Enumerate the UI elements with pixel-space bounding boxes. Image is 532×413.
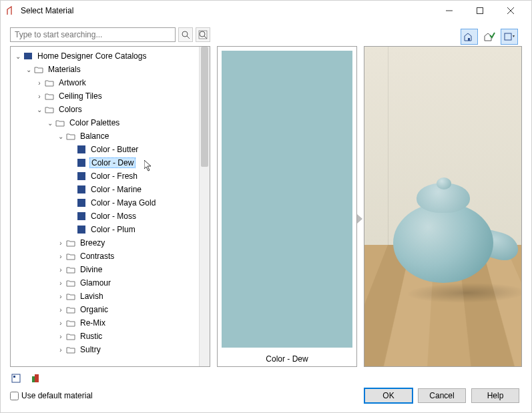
chevron-down-icon[interactable]: ⌄ [45,119,55,127]
tree-label: Materials [47,65,82,74]
catalog-icon [23,51,33,61]
chevron-right-icon[interactable]: › [35,79,44,87]
svg-rect-20 [13,376,15,378]
tree-row-contrasts[interactable]: ›Contrasts [11,250,199,263]
svg-rect-16 [77,226,85,234]
tree-row-color-plum[interactable]: Color - Plum [11,223,199,236]
tree-row-colors[interactable]: ⌄Colors [11,103,199,116]
tree-row-organic[interactable]: ›Organic [11,303,199,316]
svg-rect-12 [77,172,85,180]
swatch-label: Color - Dew [218,352,356,366]
chevron-right-icon[interactable]: › [56,333,65,340]
tree-row-artwork[interactable]: ›Artwork [11,76,199,89]
close-button[interactable] [495,1,526,21]
folder-icon [65,304,76,315]
chevron-down-icon[interactable]: ⌄ [35,106,44,113]
material-icon [76,211,87,222]
chevron-right-icon[interactable]: › [56,306,65,314]
svg-rect-14 [77,199,85,207]
search-button[interactable] [178,27,193,42]
tree-row-ceiling[interactable]: ›Ceiling Tiles [11,89,199,103]
swatch-color [222,51,352,348]
tree-label: Ceiling Tiles [57,91,103,101]
tree-row-color-maya[interactable]: Color - Maya Gold [11,196,199,210]
tree-label: Sultry [79,345,102,354]
tree-row-color-fresh[interactable]: Color - Fresh [11,169,199,183]
tree-label: Contrasts [79,252,115,261]
tree-label: Rustic [79,332,103,341]
tree-scroll-thumb[interactable] [201,47,208,167]
tree-label: Color - Maya Gold [89,198,157,208]
tree-row-divine[interactable]: ›Divine [11,263,199,276]
chevron-down-icon[interactable]: ⌄ [13,53,23,60]
tree-row-sultry[interactable]: ›Sultry [11,343,199,356]
search-input[interactable] [10,27,176,42]
catalog-tree[interactable]: ⌄Home Designer Core Catalogs ⌄Materials … [10,46,210,367]
cancel-button[interactable]: Cancel [418,388,466,403]
svg-rect-19 [12,374,20,382]
tree-label: Divine [79,265,103,274]
tree-label: Home Designer Core Catalogs [36,51,148,61]
toggle-preview-button[interactable] [461,29,478,45]
svg-rect-13 [77,185,85,193]
folder-icon [44,77,55,88]
tree-row-remix[interactable]: ›Re-Mix [11,316,199,330]
svg-point-6 [200,31,205,37]
preview-toolbar [364,27,522,46]
tree-row-rustic[interactable]: ›Rustic [11,330,199,343]
tree-row-color-moss[interactable]: Color - Moss [11,210,199,223]
help-button[interactable]: Help [471,388,519,403]
preview-options-button[interactable] [501,29,518,45]
library-tool-button[interactable] [10,371,25,386]
tree-row-balance[interactable]: ⌄Balance [11,129,199,143]
chevron-right-icon[interactable]: › [56,240,65,247]
chevron-right-icon[interactable]: › [56,293,65,300]
apply-material-button[interactable] [481,29,498,45]
chevron-right-icon[interactable]: › [56,266,65,274]
svg-rect-18 [505,33,511,40]
folder-icon [65,278,76,288]
search-options-button[interactable] [196,27,210,42]
tree-row-color-butter[interactable]: Color - Butter [11,143,199,156]
tree-row-breezy[interactable]: ›Breezy [11,236,199,250]
tree-row-color-marine[interactable]: Color - Marine [11,183,199,196]
svg-rect-10 [77,145,85,153]
splitter-handle[interactable] [357,214,362,224]
app-icon [6,5,17,16]
chevron-down-icon[interactable]: ⌄ [56,133,65,140]
ok-button[interactable]: OK [364,388,413,403]
dialog-buttons: OK Cancel Help [10,388,522,403]
minimize-button[interactable] [434,1,465,21]
tree-label: Re-Mix [79,318,107,328]
tree-label: Balance [79,131,110,141]
maximize-button[interactable] [465,1,495,21]
folder-icon [65,291,76,302]
tree-row-materials[interactable]: ⌄Materials [11,63,199,76]
tree-row-glamour[interactable]: ›Glamour [11,276,199,290]
folder-icon [33,64,44,75]
chevron-right-icon[interactable]: › [56,320,65,327]
dialog-content: ⌄Home Designer Core Catalogs ⌄Materials … [1,21,531,367]
folder-icon [65,318,76,328]
tree-label: Color - Moss [89,212,138,221]
svg-line-5 [187,36,190,39]
tree-scrollbar[interactable] [199,47,210,366]
preview-3d[interactable] [364,46,522,367]
tree-row-palettes[interactable]: ⌄Color Palettes [11,116,199,129]
tree-row-color-dew[interactable]: Color - Dew [11,156,199,169]
svg-rect-17 [468,38,470,41]
dialog-footer: Use default material OK Cancel Help [1,367,531,412]
preview-column [364,27,522,367]
svg-line-7 [204,36,207,39]
chevron-right-icon[interactable]: › [35,93,44,100]
chevron-right-icon[interactable]: › [56,280,65,287]
preview-model-teapot [380,183,507,296]
tree-row-root[interactable]: ⌄Home Designer Core Catalogs [11,49,199,63]
chevron-right-icon[interactable]: › [56,346,65,354]
tree-label: Color Palettes [68,118,121,127]
tree-row-lavish[interactable]: ›Lavish [11,290,199,303]
chevron-right-icon[interactable]: › [56,253,65,260]
material-icon [76,184,87,195]
color-tool-button[interactable] [29,371,43,386]
chevron-down-icon[interactable]: ⌄ [24,66,33,73]
